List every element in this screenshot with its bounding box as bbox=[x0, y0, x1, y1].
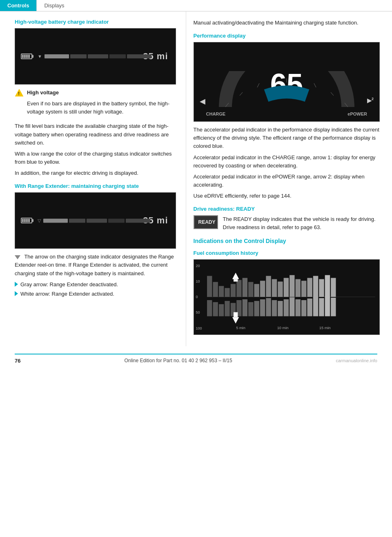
svg-rect-16 bbox=[236, 280, 241, 296]
bullet-text-2: White arrow: Range Extender activated. bbox=[20, 290, 114, 298]
triangle-indicator-text: The arrow on the charging state indicato… bbox=[15, 253, 176, 277]
fuel-chart-display: 20 10 0 50 100 bbox=[194, 259, 380, 335]
svg-rect-45 bbox=[278, 301, 283, 316]
bullet-item-2: White arrow: Range Extender activated. bbox=[15, 290, 176, 298]
section-title-hvbattery: High-voltage battery charge indicator bbox=[15, 19, 176, 25]
ready-badge: READY bbox=[194, 215, 218, 229]
bullet-arrow-icon-1 bbox=[15, 282, 18, 287]
svg-rect-12 bbox=[213, 282, 218, 297]
svg-rect-50 bbox=[307, 299, 312, 316]
svg-rect-30 bbox=[319, 279, 324, 296]
perf-labels: CHARGE ePOWER bbox=[194, 111, 379, 116]
warning-icon: ! bbox=[15, 89, 24, 97]
perf-para4: Use eDRIVE efficiently, refer to page 14… bbox=[194, 192, 380, 200]
perf-para2: Accelerator pedal indicator in the CHARG… bbox=[194, 154, 380, 170]
svg-rect-14 bbox=[225, 288, 229, 297]
svg-rect-25 bbox=[290, 275, 294, 296]
svg-rect-29 bbox=[313, 276, 318, 296]
svg-line-7 bbox=[314, 83, 316, 87]
page-header: Controls Displays bbox=[0, 0, 392, 11]
svg-rect-18 bbox=[248, 282, 253, 297]
svg-rect-33 bbox=[207, 300, 212, 316]
bullet-arrow-icon-2 bbox=[15, 291, 18, 296]
svg-rect-35 bbox=[218, 304, 223, 316]
svg-rect-20 bbox=[260, 281, 265, 297]
warning-content: High voltage Even if no bars are display… bbox=[27, 89, 176, 119]
perf-arrow-left-icon: ◀ bbox=[200, 97, 205, 106]
bullet-item-1: Gray arrow: Range Extender deactivated. bbox=[15, 281, 176, 289]
battery-bar2-4 bbox=[28, 219, 30, 222]
perf-arrow-right-icon: ▶2 bbox=[367, 97, 374, 106]
svg-text:15 min: 15 min bbox=[319, 326, 330, 330]
svg-rect-40 bbox=[248, 302, 253, 316]
svg-rect-48 bbox=[295, 299, 300, 316]
tab-controls[interactable]: Controls bbox=[0, 0, 36, 11]
battery-display-2: ▽ 35 mi bbox=[15, 192, 176, 249]
battery-display-1: ▼ 35 mi bbox=[15, 28, 176, 85]
left-column: High-voltage battery charge indicator ▼ bbox=[0, 11, 186, 346]
bullet-text-1: Gray arrow: Range Extender deactivated. bbox=[20, 281, 118, 289]
svg-text:5 min: 5 min bbox=[236, 326, 245, 330]
svg-rect-32 bbox=[331, 278, 336, 296]
footer-text: Online Edition for Part no. 01 40 2 962 … bbox=[124, 358, 232, 363]
page-footer: 76 Online Edition for Part no. 01 40 2 9… bbox=[0, 354, 392, 367]
svg-rect-44 bbox=[272, 300, 276, 316]
para2: With a low range the color of the chargi… bbox=[15, 150, 176, 166]
svg-rect-21 bbox=[266, 276, 271, 296]
section-title-fuel: Fuel consumption history bbox=[194, 250, 380, 256]
svg-rect-19 bbox=[254, 284, 259, 297]
svg-rect-27 bbox=[301, 281, 306, 297]
watermark: carmanualonline.info bbox=[336, 358, 377, 363]
svg-rect-46 bbox=[283, 299, 288, 316]
page-number: 76 bbox=[15, 358, 20, 364]
svg-rect-53 bbox=[325, 296, 330, 316]
svg-rect-22 bbox=[272, 279, 276, 296]
section-title-range-extender: With Range Extender: maintaining chargin… bbox=[15, 183, 176, 189]
arrow-num: 2 bbox=[372, 97, 374, 101]
svg-text:10 min: 10 min bbox=[277, 326, 288, 330]
svg-rect-23 bbox=[278, 281, 283, 297]
chart-y-10: 10 bbox=[196, 279, 202, 283]
svg-rect-15 bbox=[230, 284, 235, 297]
svg-rect-56 bbox=[233, 279, 237, 281]
warning-title: High voltage bbox=[27, 89, 176, 97]
perf-para3: Accelerator pedal indicator in the ePOWE… bbox=[194, 173, 380, 189]
perf-label-charge: CHARGE bbox=[206, 111, 226, 116]
battery-icon-row bbox=[21, 53, 32, 59]
svg-rect-11 bbox=[207, 276, 212, 296]
battery-bar2-2 bbox=[24, 219, 26, 222]
svg-text:!: ! bbox=[18, 91, 20, 96]
svg-rect-24 bbox=[283, 278, 288, 296]
svg-rect-34 bbox=[213, 302, 218, 316]
svg-rect-28 bbox=[307, 278, 312, 296]
svg-rect-41 bbox=[254, 301, 259, 316]
battery-bar-3 bbox=[26, 55, 28, 58]
svg-marker-57 bbox=[232, 317, 238, 323]
chart-y-0: 0 bbox=[196, 295, 202, 299]
svg-rect-49 bbox=[301, 300, 306, 316]
ready-block: READY The READY display indicates that t… bbox=[194, 215, 380, 232]
battery-bar-2 bbox=[24, 55, 26, 58]
battery-icon-row-2 bbox=[21, 218, 32, 223]
para1: The fill level bars indicate the availab… bbox=[15, 122, 176, 147]
manual-text: Manual activating/deactivating the Maint… bbox=[194, 19, 380, 27]
chart-y-labels: 20 10 0 50 100 bbox=[196, 264, 202, 330]
svg-rect-47 bbox=[290, 297, 294, 316]
triangle-body: The arrow on the charging state indicato… bbox=[15, 254, 174, 276]
svg-line-4 bbox=[240, 92, 243, 96]
svg-rect-52 bbox=[319, 298, 324, 316]
svg-rect-36 bbox=[225, 301, 229, 316]
tab-displays[interactable]: Displays bbox=[36, 0, 71, 11]
battery-icon bbox=[21, 53, 32, 59]
svg-rect-42 bbox=[260, 299, 265, 316]
svg-rect-58 bbox=[233, 312, 237, 317]
warning-body: Even if no bars are displayed in the bat… bbox=[27, 100, 176, 116]
svg-line-8 bbox=[331, 92, 334, 96]
svg-rect-13 bbox=[218, 286, 223, 297]
svg-rect-54 bbox=[331, 298, 336, 316]
battery-bar2-1 bbox=[22, 219, 24, 222]
battery-bar-4 bbox=[28, 55, 30, 58]
chart-y-50: 50 bbox=[196, 310, 202, 314]
warning-block: ! High voltage Even if no bars are displ… bbox=[15, 89, 176, 119]
battery-bar2-3 bbox=[26, 219, 28, 222]
